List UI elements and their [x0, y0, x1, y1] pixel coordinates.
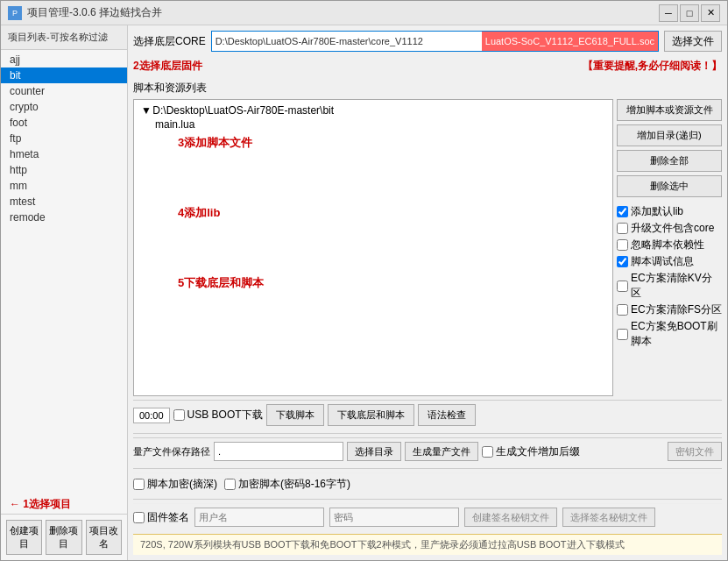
left-panel: 项目列表-可按名称过滤 ajj bit counter crypto foot …: [1, 25, 128, 560]
annotation-important: 【重要提醒,务必仔细阅读！】: [583, 59, 722, 74]
encrypt-script-text: 加密脚本(密码8-16字节): [238, 477, 350, 492]
project-item-mtest[interactable]: mtest: [1, 194, 127, 209]
encrypt-row: 脚本加密(摘深) 加密脚本(密码8-16字节): [133, 472, 722, 495]
window-title: 项目管理-3.0.6 择边鲢找合并: [27, 5, 659, 20]
main-window: P 项目管理-3.0.6 择边鲢找合并 ─ □ ✕ 项目列表-可按名称过滤 aj…: [0, 0, 728, 561]
core-label: 选择底层CORE: [133, 34, 206, 49]
core-selection-row: 选择底层CORE D:\Desktop\LuatOS-Air780E-maste…: [133, 31, 722, 52]
sign-row: 固件签名 创建签名秘钥文件 选择签名秘钥文件: [133, 503, 722, 530]
right-action-buttons: 增加脚本或资源文件 增加目录(递归) 删除全部 删除选中 添加默认lib 升级: [617, 99, 722, 396]
time-display: 00:00: [133, 408, 170, 423]
project-item-remode[interactable]: remode: [1, 209, 127, 225]
core-path-highlight: LuatOS-SoC_V1112_EC618_FULL.soc: [482, 32, 658, 51]
secret-file-button[interactable]: 密钥文件: [668, 442, 722, 461]
add-dir-button[interactable]: 增加目录(递归): [617, 124, 722, 146]
script-tree[interactable]: ▼ D:\Desktop\LuatOS-Air780E-master\bit m…: [133, 99, 613, 396]
annotation-select-project: 1选择项目: [23, 498, 71, 510]
script-encrypt-checkbox[interactable]: [133, 479, 145, 490]
rename-project-button[interactable]: 项目改名: [86, 520, 122, 555]
script-encrypt-text: 脚本加密(摘深): [147, 477, 217, 492]
firmware-sign-label[interactable]: 固件签名: [133, 510, 189, 525]
annotation-download: 5下载底层和脚本: [178, 275, 264, 291]
project-item-mm[interactable]: mm: [1, 178, 127, 194]
cb-debug-info-input[interactable]: [617, 256, 628, 267]
core-path-box: D:\Desktop\LuatOS-Air780E-master\core_V1…: [211, 31, 659, 52]
cb-upgrade-with-core-input[interactable]: [617, 223, 628, 234]
cb-upgrade-with-core[interactable]: 升级文件包含core: [617, 221, 722, 236]
usb-boot-label: USB BOOT下载: [187, 408, 263, 423]
delete-all-button[interactable]: 删除全部: [617, 150, 722, 172]
username-input[interactable]: [194, 508, 324, 527]
cb-debug-info[interactable]: 脚本调试信息: [617, 254, 722, 269]
cb-clear-fs-input[interactable]: [617, 304, 628, 316]
mp-add-postfix-checkbox[interactable]: [482, 446, 493, 458]
annotation-add-lib: 4添加lib: [178, 205, 220, 221]
firmware-sign-text: 固件签名: [147, 510, 189, 525]
cb-clear-kv-input[interactable]: [617, 280, 628, 292]
project-item-counter[interactable]: counter: [1, 83, 127, 99]
add-file-button[interactable]: 增加脚本或资源文件: [617, 99, 722, 121]
tree-file-main-lua[interactable]: main.lua: [138, 117, 609, 131]
divider-1: [133, 433, 722, 434]
app-icon: P: [8, 6, 22, 20]
cb-ignore-deps[interactable]: 忽略脚本依赖性: [617, 238, 722, 252]
cb-add-default-lib[interactable]: 添加默认lib: [617, 204, 722, 219]
project-actions: 创建项目 删除项目 项目改名: [1, 514, 127, 560]
content-area: 项目列表-可按名称过滤 ajj bit counter crypto foot …: [1, 25, 727, 560]
project-item-hmeta[interactable]: hmeta: [1, 146, 127, 162]
encrypt-script-label[interactable]: 加密脚本(密码8-16字节): [224, 477, 350, 492]
create-project-button[interactable]: 创建项目: [6, 520, 42, 555]
window-controls: ─ □ ✕: [659, 4, 720, 22]
password-input[interactable]: [329, 508, 459, 527]
cb-free-boot[interactable]: EC方案免BOOT刷脚本: [617, 319, 722, 349]
usb-boot-checkbox-label[interactable]: USB BOOT下载: [173, 408, 263, 423]
select-key-button[interactable]: 选择签名秘钥文件: [562, 508, 655, 527]
close-button[interactable]: ✕: [701, 4, 720, 22]
download-script-button[interactable]: 下载脚本: [266, 404, 324, 426]
firmware-sign-checkbox[interactable]: [133, 512, 145, 523]
cb-add-default-lib-input[interactable]: [617, 206, 628, 217]
mp-add-postfix-label[interactable]: 生成文件增加后缀: [482, 444, 580, 459]
cb-clear-kv[interactable]: EC方案清除KV分区: [617, 271, 722, 301]
bottom-toolbar: 00:00 USB BOOT下载 下载脚本 下载底层和脚本 语法检查: [133, 400, 722, 430]
annotation-select-firmware: 2选择底层固件: [133, 59, 202, 74]
mp-select-dir-button[interactable]: 选择目录: [347, 442, 401, 461]
core-select-file-button[interactable]: 选择文件: [664, 31, 722, 52]
maximize-button[interactable]: □: [680, 4, 699, 22]
script-encrypt-label[interactable]: 脚本加密(摘深): [133, 477, 217, 492]
notice-bar: 720S, 720W系列模块有USB BOOT下载和免BOOT下载2种模式，里产…: [133, 534, 722, 555]
project-item-foot[interactable]: foot: [1, 115, 127, 131]
script-section: 脚本和资源列表 ▼ D:\Desktop\LuatOS-Air780E-mast…: [133, 79, 722, 396]
encrypt-script-checkbox[interactable]: [224, 479, 236, 490]
project-list-header: 项目列表-可按名称过滤: [1, 25, 127, 50]
check-syntax-button[interactable]: 语法检查: [418, 404, 476, 426]
project-item-http[interactable]: http: [1, 162, 127, 178]
project-item-bit[interactable]: bit: [1, 67, 127, 83]
mp-path-input[interactable]: [214, 442, 343, 461]
project-item-ajj[interactable]: ajj: [1, 52, 127, 67]
tree-folder-bit[interactable]: ▼ D:\Desktop\LuatOS-Air780E-master\bit: [138, 103, 609, 117]
tree-expand-icon: ▼: [141, 104, 150, 117]
project-item-crypto[interactable]: crypto: [1, 99, 127, 115]
download-core-button[interactable]: 下载底层和脚本: [328, 404, 414, 426]
cb-free-boot-input[interactable]: [617, 329, 628, 340]
delete-project-button[interactable]: 删除项目: [46, 520, 81, 555]
option-checkboxes: 添加默认lib 升级文件包含core 忽略脚本依赖性: [617, 204, 722, 349]
usb-boot-checkbox[interactable]: [173, 409, 185, 421]
minimize-button[interactable]: ─: [659, 4, 678, 22]
divider-2: [133, 468, 722, 469]
project-item-ftp[interactable]: ftp: [1, 131, 127, 146]
script-body: ▼ D:\Desktop\LuatOS-Air780E-master\bit m…: [133, 99, 722, 396]
project-list: ajj bit counter crypto foot ftp hmeta ht…: [1, 50, 127, 495]
mass-prod-row: 量产文件保存路径 选择目录 生成量产文件 生成文件增加后缀 密钥文件: [133, 437, 722, 465]
annotation-add-script: 3添加脚本文件: [178, 135, 252, 151]
right-panel: 选择底层CORE D:\Desktop\LuatOS-Air780E-maste…: [128, 25, 727, 560]
mp-generate-button[interactable]: 生成量产文件: [405, 442, 478, 461]
create-key-button[interactable]: 创建签名秘钥文件: [464, 508, 557, 527]
divider-3: [133, 499, 722, 500]
mp-path-label: 量产文件保存路径: [133, 445, 210, 458]
core-path-left: D:\Desktop\LuatOS-Air780E-master\core_V1…: [212, 32, 482, 51]
cb-ignore-deps-input[interactable]: [617, 239, 628, 251]
cb-clear-fs[interactable]: EC方案清除FS分区: [617, 302, 722, 317]
delete-selected-button[interactable]: 删除选中: [617, 175, 722, 197]
